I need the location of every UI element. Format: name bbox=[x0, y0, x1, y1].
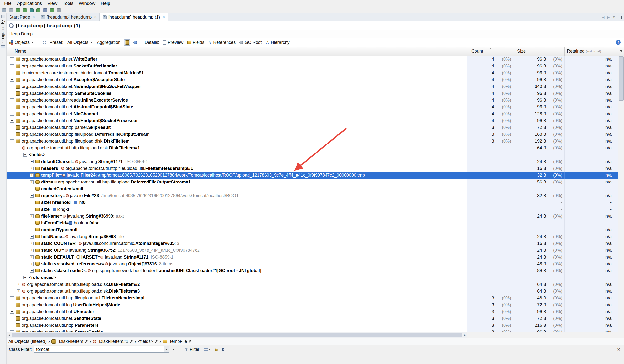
applications-window-icon[interactable] bbox=[1, 45, 5, 49]
table-row[interactable]: +org.apache.tomcat.util.net.AbstractEndp… bbox=[6, 103, 618, 110]
table-row[interactable]: +fieldName = java.lang.String#36998 : fi… bbox=[6, 233, 618, 240]
table-row[interactable]: −<fields> bbox=[6, 151, 618, 158]
expand-icon[interactable]: + bbox=[10, 126, 14, 129]
table-row[interactable]: +org.apache.tomcat.util.threads.InlineEx… bbox=[6, 97, 618, 103]
table-row[interactable]: +org.apache.tomcat.util.net.NioEndpoint$… bbox=[6, 83, 618, 90]
tab-start-page[interactable]: Start Page× bbox=[6, 13, 38, 21]
info-icon[interactable]: i bbox=[616, 40, 621, 45]
preview-button[interactable]: Preview bbox=[163, 40, 183, 45]
lock-filter-button[interactable] bbox=[214, 347, 219, 352]
expand-icon[interactable]: + bbox=[10, 85, 14, 88]
expand-icon[interactable]: + bbox=[30, 194, 34, 198]
table-row[interactable]: +dfos = org.apache.tomcat.util.http.file… bbox=[6, 179, 618, 185]
expand-icon[interactable]: + bbox=[10, 324, 14, 327]
expand-icon[interactable]: + bbox=[10, 64, 14, 68]
menu-file[interactable]: File bbox=[1, 0, 14, 7]
table-row[interactable]: +org.apache.tomcat.util.log.UserDataHelp… bbox=[6, 301, 618, 308]
table-row[interactable]: +static <classLoader> = org.springframew… bbox=[6, 267, 618, 274]
aggregation-classes-button[interactable] bbox=[124, 40, 130, 46]
saved-filters-button[interactable] bbox=[221, 347, 226, 352]
table-row[interactable]: +org.apache.tomcat.util.http.fileupload.… bbox=[6, 281, 618, 288]
column-header-size[interactable]: Size bbox=[513, 47, 565, 55]
table-row[interactable]: +org.apache.tomcat.util.http.fileupload.… bbox=[6, 294, 618, 301]
expand-icon[interactable]: + bbox=[10, 78, 14, 82]
dock-pin-icon[interactable] bbox=[1, 15, 5, 18]
references-button[interactable]: ↘References bbox=[208, 40, 235, 45]
expand-icon[interactable]: + bbox=[30, 167, 34, 170]
expand-icon[interactable]: + bbox=[30, 269, 34, 273]
expand-icon[interactable]: + bbox=[10, 105, 14, 109]
expand-icon[interactable]: + bbox=[10, 112, 14, 116]
table-row[interactable]: −org.apache.tomcat.util.http.fileupload.… bbox=[6, 138, 618, 145]
expand-icon[interactable]: + bbox=[17, 290, 21, 293]
breadcrumb-item-diskfileitem[interactable]: DiskFileItem bbox=[52, 339, 83, 344]
table-row[interactable]: +defaultCharset = java.lang.String#1171 … bbox=[6, 158, 618, 165]
table-row[interactable]: +tempFile = java.io.File#24 : /tmp/tomca… bbox=[6, 172, 618, 179]
tab-list-dropdown-icon[interactable]: ▼ bbox=[612, 15, 616, 19]
profiler-icon[interactable] bbox=[42, 8, 48, 13]
column-header-name[interactable]: Name bbox=[6, 47, 468, 55]
pin-icon[interactable] bbox=[85, 340, 88, 343]
heap-dump-icon[interactable] bbox=[15, 8, 21, 13]
column-header-retained[interactable]: Retained (sort to get) bbox=[565, 47, 618, 55]
expand-icon[interactable]: + bbox=[10, 98, 14, 102]
table-row[interactable]: size = long -1-- bbox=[6, 206, 618, 213]
table-row[interactable]: +static UID = java.lang.String#36752 : 1… bbox=[6, 247, 618, 254]
expand-icon[interactable]: + bbox=[30, 180, 34, 184]
gc-root-button[interactable]: GC Root bbox=[239, 40, 262, 45]
menu-help[interactable]: Help bbox=[98, 0, 113, 7]
expand-icon[interactable]: + bbox=[24, 276, 27, 279]
expand-icon[interactable]: + bbox=[10, 119, 14, 122]
pin-icon[interactable] bbox=[130, 340, 133, 343]
expand-icon[interactable]: + bbox=[10, 296, 14, 300]
table-row[interactable]: +headers = org.apache.tomcat.util.http.f… bbox=[6, 165, 618, 172]
expand-icon[interactable]: + bbox=[30, 242, 34, 245]
expand-icon[interactable]: + bbox=[10, 303, 14, 307]
expand-icon[interactable]: + bbox=[10, 133, 14, 136]
vertical-scrollbar[interactable] bbox=[618, 56, 624, 332]
horizontal-scrollbar-thumb[interactable] bbox=[12, 333, 462, 337]
filter-button[interactable]: Filter bbox=[182, 346, 201, 353]
tab--heapdump-heapdump-1-[interactable]: [heapdump] heapdump (1)× bbox=[100, 13, 168, 21]
table-row[interactable]: +org.apache.tomcat.util.net.SocketBuffer… bbox=[6, 63, 618, 70]
table-row[interactable]: +org.apache.tomcat.util.net.NioEndpoint$… bbox=[6, 117, 618, 124]
applications-vertical-tab[interactable]: Applications bbox=[1, 20, 6, 43]
filter-options-button[interactable]: ▼ bbox=[203, 347, 212, 352]
table-row[interactable]: +io.micrometer.core.instrument.binder.to… bbox=[6, 70, 618, 76]
table-row[interactable]: −org.apache.tomcat.util.http.fileupload.… bbox=[6, 145, 618, 151]
tab--heapdump-heapdump[interactable]: [heapdump] heapdump× bbox=[38, 13, 100, 21]
collapse-icon[interactable]: − bbox=[10, 139, 14, 143]
expand-icon[interactable]: + bbox=[10, 57, 14, 61]
table-row[interactable]: +org.apache.tomcat.util.http.SameSiteCoo… bbox=[6, 90, 618, 97]
vertical-scrollbar-thumb[interactable] bbox=[619, 56, 624, 101]
table-row[interactable]: +static <resolved_references> = java.lan… bbox=[6, 261, 618, 267]
menu-applications[interactable]: Applications bbox=[14, 0, 45, 7]
scroll-right-icon[interactable]: ▶ bbox=[462, 332, 468, 338]
view-settings-button[interactable] bbox=[42, 40, 47, 45]
table-row[interactable]: +repository = java.io.File#23 : /tmp/tom… bbox=[6, 192, 618, 199]
expand-icon[interactable]: + bbox=[30, 214, 34, 218]
expand-icon[interactable]: + bbox=[30, 173, 34, 177]
menu-tools[interactable]: Tools bbox=[60, 0, 76, 7]
class-filter-input[interactable]: tomcat ▼ bbox=[34, 346, 169, 353]
expand-icon[interactable]: + bbox=[10, 310, 14, 314]
table-row[interactable]: +<references> bbox=[6, 274, 618, 281]
gc-icon[interactable] bbox=[29, 8, 34, 13]
column-header-count[interactable]: Count bbox=[468, 47, 513, 55]
menu-window[interactable]: Window bbox=[76, 0, 98, 7]
table-row[interactable]: +org.apache.tomcat.util.http.parser.Skip… bbox=[6, 124, 618, 131]
expand-icon[interactable]: + bbox=[30, 255, 34, 259]
column-selector-button[interactable] bbox=[618, 47, 624, 55]
table-row[interactable]: +org.apache.tomcat.util.http.Parameters3… bbox=[6, 322, 618, 329]
close-tab-icon[interactable]: × bbox=[32, 15, 35, 20]
expand-icon[interactable]: + bbox=[10, 92, 14, 95]
objects-button[interactable]: Objects ▼ bbox=[8, 39, 36, 46]
expand-icon[interactable]: + bbox=[30, 262, 34, 266]
breadcrumb-item--fields-[interactable]: <fields> bbox=[138, 339, 153, 344]
table-row[interactable]: +org.apache.tomcat.util.http.fileupload.… bbox=[6, 131, 618, 138]
table-row[interactable]: +static COUNTER = java.util.concurrent.a… bbox=[6, 240, 618, 247]
table-row[interactable]: contentType = null-n/a bbox=[6, 226, 618, 233]
table-row[interactable]: +org.apache.tomcat.util.http.ServerCooki… bbox=[6, 329, 618, 332]
close-tab-icon[interactable]: × bbox=[162, 15, 165, 20]
aggregation-instances-button[interactable] bbox=[132, 40, 138, 45]
